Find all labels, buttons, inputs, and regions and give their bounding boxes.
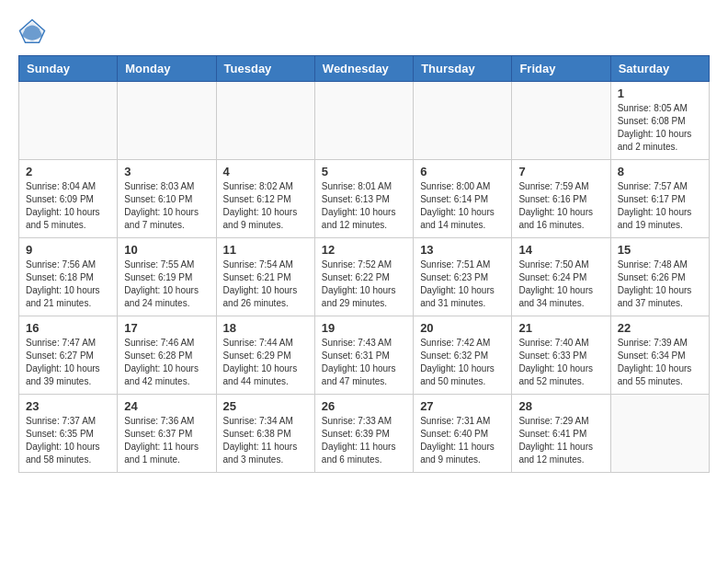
logo-icon [18, 18, 46, 46]
day-number: 10 [124, 243, 209, 257]
calendar-cell: 2Sunrise: 8:04 AM Sunset: 6:09 PM Daylig… [19, 160, 118, 238]
day-info: Sunrise: 7:52 AM Sunset: 6:22 PM Dayligh… [322, 259, 406, 310]
calendar-cell: 23Sunrise: 7:37 AM Sunset: 6:35 PM Dayli… [19, 395, 118, 473]
day-info: Sunrise: 7:47 AM Sunset: 6:27 PM Dayligh… [26, 337, 110, 388]
calendar-cell [19, 82, 118, 160]
day-header-wednesday: Wednesday [314, 56, 413, 82]
day-number: 1 [618, 86, 702, 100]
day-info: Sunrise: 8:02 AM Sunset: 6:12 PM Dayligh… [223, 180, 308, 232]
day-number: 2 [26, 165, 110, 178]
day-number: 28 [518, 399, 603, 413]
day-number: 14 [518, 243, 603, 257]
day-number: 9 [26, 243, 110, 257]
calendar-cell: 15Sunrise: 7:48 AM Sunset: 6:26 PM Dayli… [610, 238, 709, 316]
day-header-thursday: Thursday [414, 56, 512, 82]
day-info: Sunrise: 7:54 AM Sunset: 6:21 PM Dayligh… [223, 259, 308, 310]
calendar-header-row: SundayMondayTuesdayWednesdayThursdayFrid… [19, 56, 710, 82]
day-info: Sunrise: 7:29 AM Sunset: 6:41 PM Dayligh… [518, 415, 603, 466]
day-info: Sunrise: 7:48 AM Sunset: 6:26 PM Dayligh… [618, 259, 702, 310]
day-number: 24 [124, 399, 209, 413]
calendar-cell: 4Sunrise: 8:02 AM Sunset: 6:12 PM Daylig… [216, 160, 314, 238]
calendar-cell: 13Sunrise: 7:51 AM Sunset: 6:23 PM Dayli… [414, 238, 512, 316]
calendar-cell: 10Sunrise: 7:55 AM Sunset: 6:19 PM Dayli… [118, 238, 216, 316]
day-number: 8 [618, 165, 702, 178]
calendar-cell: 8Sunrise: 7:57 AM Sunset: 6:17 PM Daylig… [610, 160, 709, 238]
day-info: Sunrise: 7:40 AM Sunset: 6:33 PM Dayligh… [518, 337, 603, 388]
calendar-table: SundayMondayTuesdayWednesdayThursdayFrid… [18, 55, 710, 473]
day-number: 16 [26, 321, 110, 335]
day-info: Sunrise: 7:33 AM Sunset: 6:39 PM Dayligh… [322, 415, 406, 466]
calendar-cell: 7Sunrise: 7:59 AM Sunset: 6:16 PM Daylig… [512, 160, 610, 238]
day-number: 17 [124, 321, 209, 335]
calendar-cell: 24Sunrise: 7:36 AM Sunset: 6:37 PM Dayli… [118, 395, 216, 473]
day-info: Sunrise: 7:36 AM Sunset: 6:37 PM Dayligh… [124, 415, 209, 466]
day-number: 21 [518, 321, 603, 335]
week-row-5: 23Sunrise: 7:37 AM Sunset: 6:35 PM Dayli… [19, 395, 710, 473]
calendar-cell [216, 82, 314, 160]
calendar-cell: 21Sunrise: 7:40 AM Sunset: 6:33 PM Dayli… [512, 316, 610, 395]
day-info: Sunrise: 7:56 AM Sunset: 6:18 PM Dayligh… [26, 259, 110, 310]
calendar-cell: 19Sunrise: 7:43 AM Sunset: 6:31 PM Dayli… [314, 316, 413, 395]
day-number: 11 [223, 243, 308, 257]
calendar-cell [118, 82, 216, 160]
day-header-friday: Friday [512, 56, 610, 82]
calendar-cell: 11Sunrise: 7:54 AM Sunset: 6:21 PM Dayli… [216, 238, 314, 316]
logo [18, 18, 50, 46]
day-number: 23 [26, 399, 110, 413]
day-info: Sunrise: 8:04 AM Sunset: 6:09 PM Dayligh… [26, 180, 110, 232]
week-row-1: 1Sunrise: 8:05 AM Sunset: 6:08 PM Daylig… [19, 82, 710, 160]
calendar-cell: 6Sunrise: 8:00 AM Sunset: 6:14 PM Daylig… [414, 160, 512, 238]
day-header-monday: Monday [118, 56, 216, 82]
day-info: Sunrise: 7:39 AM Sunset: 6:34 PM Dayligh… [618, 337, 702, 388]
calendar-cell: 20Sunrise: 7:42 AM Sunset: 6:32 PM Dayli… [414, 316, 512, 395]
day-number: 5 [322, 165, 406, 178]
week-row-2: 2Sunrise: 8:04 AM Sunset: 6:09 PM Daylig… [19, 160, 710, 238]
day-info: Sunrise: 8:05 AM Sunset: 6:08 PM Dayligh… [618, 102, 702, 154]
calendar-cell: 28Sunrise: 7:29 AM Sunset: 6:41 PM Dayli… [512, 395, 610, 473]
calendar-cell [512, 82, 610, 160]
day-number: 25 [223, 399, 308, 413]
calendar-cell: 25Sunrise: 7:34 AM Sunset: 6:38 PM Dayli… [216, 395, 314, 473]
day-info: Sunrise: 7:42 AM Sunset: 6:32 PM Dayligh… [420, 337, 505, 388]
day-info: Sunrise: 7:55 AM Sunset: 6:19 PM Dayligh… [124, 259, 209, 310]
calendar-cell: 22Sunrise: 7:39 AM Sunset: 6:34 PM Dayli… [610, 316, 709, 395]
calendar-cell: 3Sunrise: 8:03 AM Sunset: 6:10 PM Daylig… [118, 160, 216, 238]
day-number: 26 [322, 399, 406, 413]
calendar-cell: 26Sunrise: 7:33 AM Sunset: 6:39 PM Dayli… [314, 395, 413, 473]
day-info: Sunrise: 7:37 AM Sunset: 6:35 PM Dayligh… [26, 415, 110, 466]
day-number: 27 [420, 399, 505, 413]
day-number: 20 [420, 321, 505, 335]
day-info: Sunrise: 7:46 AM Sunset: 6:28 PM Dayligh… [124, 337, 209, 388]
day-number: 4 [223, 165, 308, 178]
day-info: Sunrise: 7:57 AM Sunset: 6:17 PM Dayligh… [618, 180, 702, 232]
week-row-4: 16Sunrise: 7:47 AM Sunset: 6:27 PM Dayli… [19, 316, 710, 395]
calendar-cell: 17Sunrise: 7:46 AM Sunset: 6:28 PM Dayli… [118, 316, 216, 395]
day-info: Sunrise: 7:43 AM Sunset: 6:31 PM Dayligh… [322, 337, 406, 388]
calendar-cell [414, 82, 512, 160]
day-header-sunday: Sunday [19, 56, 118, 82]
day-header-saturday: Saturday [610, 56, 709, 82]
day-number: 15 [618, 243, 702, 257]
day-number: 19 [322, 321, 406, 335]
day-info: Sunrise: 7:59 AM Sunset: 6:16 PM Dayligh… [518, 180, 603, 232]
day-info: Sunrise: 7:51 AM Sunset: 6:23 PM Dayligh… [420, 259, 505, 310]
day-number: 7 [518, 165, 603, 178]
calendar-cell: 12Sunrise: 7:52 AM Sunset: 6:22 PM Dayli… [314, 238, 413, 316]
calendar-cell [314, 82, 413, 160]
day-header-tuesday: Tuesday [216, 56, 314, 82]
calendar-cell: 1Sunrise: 8:05 AM Sunset: 6:08 PM Daylig… [610, 82, 709, 160]
day-number: 13 [420, 243, 505, 257]
calendar-cell: 9Sunrise: 7:56 AM Sunset: 6:18 PM Daylig… [19, 238, 118, 316]
day-number: 6 [420, 165, 505, 178]
calendar-cell: 14Sunrise: 7:50 AM Sunset: 6:24 PM Dayli… [512, 238, 610, 316]
week-row-3: 9Sunrise: 7:56 AM Sunset: 6:18 PM Daylig… [19, 238, 710, 316]
calendar-cell: 18Sunrise: 7:44 AM Sunset: 6:29 PM Dayli… [216, 316, 314, 395]
day-info: Sunrise: 7:31 AM Sunset: 6:40 PM Dayligh… [420, 415, 505, 466]
day-number: 3 [124, 165, 209, 178]
day-number: 22 [618, 321, 702, 335]
day-info: Sunrise: 7:34 AM Sunset: 6:38 PM Dayligh… [223, 415, 308, 466]
calendar-cell: 5Sunrise: 8:01 AM Sunset: 6:13 PM Daylig… [314, 160, 413, 238]
day-info: Sunrise: 8:00 AM Sunset: 6:14 PM Dayligh… [420, 180, 505, 232]
day-number: 12 [322, 243, 406, 257]
calendar-cell [610, 395, 709, 473]
